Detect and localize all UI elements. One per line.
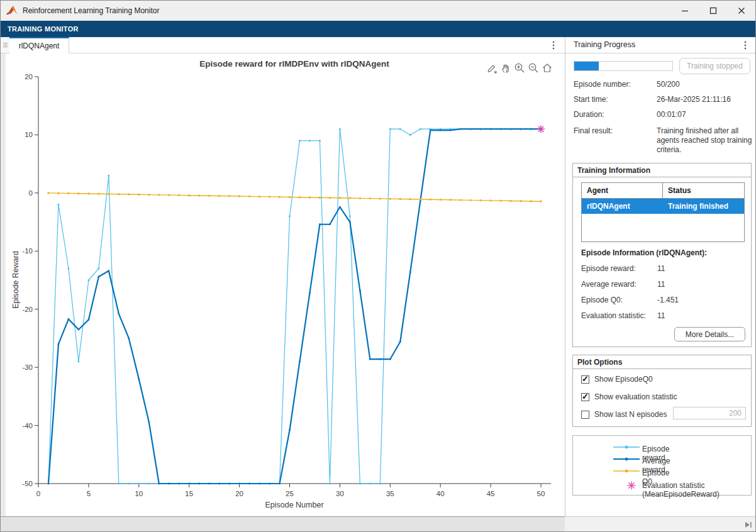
agent-status-table: Agent Status rlDQNAgent Training finishe… <box>581 182 745 242</box>
final-result-row: Final result: Training finished after al… <box>574 126 613 136</box>
panel-bottom-strip <box>565 516 756 532</box>
panel-overflow-menu[interactable] <box>740 40 750 51</box>
svg-text:30: 30 <box>336 490 344 497</box>
svg-text:45: 45 <box>487 490 495 497</box>
episode-q0-value: -1.451 <box>657 296 679 304</box>
pan-hand-icon[interactable] <box>499 62 511 74</box>
svg-text:0: 0 <box>36 490 40 497</box>
panel-header: Training Progress <box>565 37 756 53</box>
training-information-title: Training Information <box>573 163 751 177</box>
app-window: Reinforcement Learning Training Monitor … <box>0 0 756 532</box>
column-header-status[interactable]: Status <box>663 183 744 198</box>
status-cell: Training finished <box>663 199 744 214</box>
last-n-episodes-input[interactable] <box>673 407 746 419</box>
average-reward-label: Average reward: <box>581 280 636 289</box>
titlebar: Reinforcement Learning Training Monitor <box>1 1 755 21</box>
overflow-menu-icon <box>744 41 747 50</box>
training-progress-fill <box>574 62 599 70</box>
show-last-n-episodes-label: Show last N episodes <box>594 410 667 419</box>
training-stopped-button[interactable]: Training stopped <box>679 58 750 74</box>
more-details-button[interactable]: More Details... <box>674 327 745 341</box>
overflow-menu-icon <box>552 41 555 50</box>
plot-options-section: Plot Options Show EpisodeQ0 Show evaluat… <box>572 355 752 427</box>
svg-text:10: 10 <box>25 131 33 138</box>
average-reward-value: 11 <box>657 280 665 289</box>
close-icon <box>737 6 746 15</box>
final-result-value: Training finished after all agents reach… <box>657 126 752 155</box>
svg-text:-50: -50 <box>22 480 33 487</box>
table-row[interactable]: rlDQNAgent Training finished <box>582 199 744 214</box>
horizontal-scrollbar[interactable] <box>1 516 565 532</box>
episode-number-row: Episode number: 50/200 <box>574 80 631 90</box>
svg-text:-10: -10 <box>22 247 33 255</box>
duration-label: Duration: <box>574 110 604 119</box>
episode-reward-row: Episode reward: 11 <box>581 264 636 274</box>
zoom-in-icon[interactable] <box>513 62 525 74</box>
duration-value: 00:01:07 <box>657 110 752 119</box>
training-information-section: Training Information Agent Status rlDQNA… <box>572 163 752 347</box>
svg-text:50: 50 <box>537 490 545 497</box>
tabbar-overflow-menu[interactable] <box>548 40 559 51</box>
plot-options-title: Plot Options <box>573 355 751 369</box>
close-button[interactable] <box>727 1 755 21</box>
show-episodeq0-label: Show EpisodeQ0 <box>594 375 653 384</box>
chart-document: Episode reward for rlMDPEnv with rlDQNAg… <box>6 53 565 516</box>
chart-legend: Episode reward Average reward Episode Q0… <box>572 435 752 496</box>
episode-reward-value: 11 <box>657 264 665 273</box>
column-header-agent[interactable]: Agent <box>582 183 663 198</box>
show-last-n-episodes-checkbox[interactable] <box>581 411 589 419</box>
episode-q0-row: Episode Q0: -1.451 <box>581 296 623 306</box>
episode-reward-label: Episode reward: <box>581 264 636 273</box>
evaluation-statistic-value: 11 <box>657 311 665 320</box>
show-evaluation-statistic-checkbox[interactable] <box>581 393 589 401</box>
table-header-row: Agent Status <box>582 183 744 199</box>
window-title: Reinforcement Learning Training Monitor <box>23 6 159 15</box>
show-episodeq0-checkbox[interactable] <box>581 375 589 384</box>
duration-row: Duration: 00:01:07 <box>574 110 604 120</box>
document-tabbar: rlDQNAgent <box>1 37 565 53</box>
document-tab-rldqnagent[interactable]: rlDQNAgent <box>9 37 69 53</box>
svg-text:40: 40 <box>436 490 445 497</box>
training-progress-bar <box>574 61 673 71</box>
svg-text:25: 25 <box>286 490 294 497</box>
agent-cell: rlDQNAgent <box>582 199 663 214</box>
episode-q0-label: Episode Q0: <box>581 296 623 304</box>
svg-text:20: 20 <box>25 73 33 80</box>
maximize-button[interactable] <box>699 1 727 21</box>
average-reward-swatch-icon <box>613 457 640 462</box>
svg-text:5: 5 <box>87 490 91 497</box>
svg-text:35: 35 <box>386 490 394 497</box>
start-time-value: 26-Mar-2025 21:11:16 <box>657 95 752 104</box>
x-axis-label: Episode Number <box>265 501 323 509</box>
episode-number-value: 50/200 <box>657 80 752 89</box>
minimize-button[interactable] <box>670 1 699 21</box>
start-time-row: Start time: 26-Mar-2025 21:11:16 <box>574 95 608 105</box>
show-evaluation-statistic-option: Show evaluation statistic <box>581 391 677 402</box>
svg-text:20: 20 <box>235 490 243 497</box>
evaluation-statistic-label: Evaluation statistic: <box>581 311 646 320</box>
home-icon[interactable] <box>541 62 553 74</box>
legend-label: Evaluation statistic(MeanEpisodeReward) <box>642 481 720 499</box>
svg-text:15: 15 <box>185 490 193 497</box>
zoom-out-icon[interactable] <box>527 62 539 74</box>
tab-grip-handle[interactable] <box>1 37 10 53</box>
minimize-icon <box>681 6 689 15</box>
export-icon[interactable] <box>486 62 498 74</box>
show-last-n-episodes-option: Show last N episodes <box>581 409 667 420</box>
chart-title: Episode reward for rlMDPEnv with rlDQNAg… <box>199 59 389 69</box>
maximize-icon <box>709 6 718 15</box>
svg-text:10: 10 <box>135 490 143 497</box>
average-reward-row: Average reward: 11 <box>581 280 636 290</box>
toolstrip-tab-training-monitor[interactable]: TRAINING MONITOR <box>1 25 79 33</box>
training-progress-panel: Training Progress Training stopped Episo… <box>565 37 756 516</box>
show-episodeq0-option: Show EpisodeQ0 <box>581 374 653 385</box>
episode-reward-chart[interactable]: Episode reward for rlMDPEnv with rlDQNAg… <box>6 53 565 516</box>
final-result-label: Final result: <box>574 126 613 135</box>
episode-q0-swatch-icon <box>613 468 640 474</box>
y-axis-label: Episode Reward <box>11 251 20 309</box>
svg-text:0: 0 <box>29 189 33 197</box>
grip-icon <box>3 43 8 47</box>
collapse-panel-icon[interactable] <box>745 521 752 529</box>
toolstrip: TRAINING MONITOR <box>1 21 755 37</box>
document-tab-label: rlDQNAgent <box>19 42 60 50</box>
